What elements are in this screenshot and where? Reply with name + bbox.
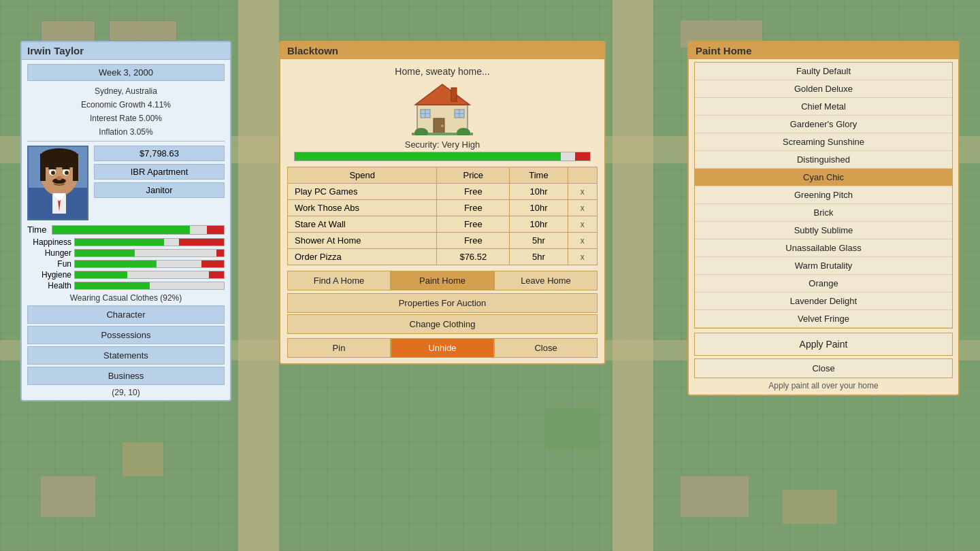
right-title: Paint Home [689, 42, 958, 59]
week-display: Week 3, 2000 [27, 64, 225, 81]
fun-label: Fun [27, 259, 71, 269]
table-row: Work Those Abs Free 10hr x [288, 200, 598, 216]
svg-point-15 [56, 176, 62, 180]
bottom-nav: Pin Unhide Close [287, 338, 598, 358]
spend-name-3: Stare At Wall [288, 216, 437, 233]
economic-growth-text: Economic Growth 4.11% [22, 99, 230, 111]
table-row: Shower At Home Free 5hr x [288, 233, 598, 249]
remove-btn-4[interactable]: x [581, 236, 585, 246]
color-distinguished[interactable]: Distinguished [695, 151, 952, 169]
price-header: Price [437, 167, 510, 184]
color-chief-metal[interactable]: Chief Metal [695, 98, 952, 116]
color-warm-brutality[interactable]: Warm Brutality [695, 257, 952, 275]
table-row: Order Pizza $76.52 5hr x [288, 249, 598, 265]
color-faulty-default[interactable]: Faulty Default [695, 63, 952, 80]
color-orange[interactable]: Orange [695, 275, 952, 293]
color-lavender-delight[interactable]: Lavender Delight [695, 293, 952, 310]
apartment-display: IBR Apartment [94, 164, 225, 180]
remove-btn-5[interactable]: x [581, 252, 585, 262]
color-gardeners-glory[interactable]: Gardener's Glory [695, 116, 952, 133]
svg-rect-6 [40, 167, 46, 181]
spend-name-4: Shower At Home [288, 233, 437, 249]
remove-btn-2[interactable]: x [581, 203, 585, 213]
remove-btn-1[interactable]: x [581, 187, 585, 197]
color-screaming-sunshine[interactable]: Screaming Sunshine [695, 133, 952, 151]
center-nav-1: Find A Home Paint Home Leave Home [287, 271, 598, 290]
center-nav-3: Change Clothing [287, 314, 598, 334]
paint-tooltip: Apply paint all over your home [694, 381, 953, 390]
price-2: Free [437, 200, 510, 216]
color-unassailable-glass[interactable]: Unassailable Glass [695, 239, 952, 257]
change-clothing-button[interactable]: Change Clothing [287, 314, 598, 334]
time-header: Time [510, 167, 568, 184]
statements-button[interactable]: Statements [27, 346, 225, 365]
time-3: 10hr [510, 216, 568, 233]
color-cyan-chic[interactable]: Cyan Chic [695, 169, 952, 186]
center-panel: Blacktown Home, sweaty home... [279, 41, 606, 365]
paint-color-list: Faulty Default Golden Deluxe Chief Metal… [694, 62, 953, 329]
inflation-text: Inflation 3.05% [22, 126, 230, 138]
paint-home-button[interactable]: Paint Home [391, 271, 494, 290]
time-bar [52, 225, 225, 235]
color-velvet-fringe[interactable]: Velvet Fringe [695, 310, 952, 328]
time-1: 10hr [510, 184, 568, 200]
table-row: Play PC Games Free 10hr x [288, 184, 598, 200]
security-text: Security: Very High [280, 139, 604, 150]
leave-home-button[interactable]: Leave Home [494, 271, 598, 290]
color-golden-deluxe[interactable]: Golden Deluxe [695, 80, 952, 98]
hygiene-bar [74, 271, 225, 279]
apply-paint-button[interactable]: Apply Paint [694, 333, 953, 356]
table-row: Stare At Wall Free 10hr x [288, 216, 598, 233]
remove-btn-3[interactable]: x [581, 220, 585, 229]
health-label: Health [27, 281, 71, 290]
spend-name-2: Work Those Abs [288, 200, 437, 216]
fun-bar [74, 260, 225, 268]
close-center-button[interactable]: Close [494, 338, 598, 358]
action-header [568, 167, 597, 184]
color-subtly-sublime[interactable]: Subtly Sublime [695, 222, 952, 239]
properties-auction-button[interactable]: Properties For Auction [287, 293, 598, 313]
svg-rect-7 [73, 167, 78, 181]
business-button[interactable]: Business [27, 367, 225, 385]
color-greening-pitch[interactable]: Greening Pitch [695, 186, 952, 204]
time-2: 10hr [510, 200, 568, 216]
player-name: Irwin Taylor [22, 42, 230, 60]
spend-table: Spend Price Time Play PC Games Free 10hr… [287, 167, 598, 265]
hunger-label: Hunger [27, 248, 71, 258]
needs-section: Happiness Hunger Fun Hygiene [27, 237, 225, 290]
home-subtitle: Home, sweaty home... [280, 66, 604, 77]
happiness-bar [74, 238, 225, 246]
unhide-button[interactable]: Unhide [391, 338, 494, 358]
money-display: $7,798.63 [94, 146, 225, 161]
happiness-label: Happiness [27, 237, 71, 247]
interest-rate-text: Interest Rate 5.00% [22, 112, 230, 124]
health-bar [74, 282, 225, 290]
find-home-button[interactable]: Find A Home [287, 271, 391, 290]
svg-marker-19 [415, 84, 470, 105]
house-illustration [280, 81, 604, 135]
price-3: Free [437, 216, 510, 233]
coordinates-text: (29, 10) [24, 388, 227, 397]
spend-header: Spend [288, 167, 437, 184]
close-right-button[interactable]: Close [694, 358, 953, 378]
avatar [27, 146, 88, 220]
pin-button[interactable]: Pin [287, 338, 391, 358]
hunger-bar [74, 249, 225, 257]
svg-point-21 [441, 124, 444, 127]
right-panel: Paint Home Faulty Default Golden Deluxe … [687, 41, 960, 396]
time-label: Time [27, 224, 46, 235]
time-5: 5hr [510, 249, 568, 265]
spend-name-5: Order Pizza [288, 249, 437, 265]
color-brick[interactable]: Brick [695, 204, 952, 222]
svg-rect-13 [48, 167, 56, 169]
svg-rect-5 [40, 154, 78, 167]
svg-point-11 [51, 171, 55, 175]
possessions-button[interactable]: Possessions [27, 326, 225, 344]
left-panel: Irwin Taylor Week 3, 2000 Sydney, Austra… [20, 41, 231, 401]
hygiene-label: Hygiene [27, 270, 71, 280]
svg-rect-28 [451, 88, 457, 101]
svg-rect-14 [62, 167, 70, 169]
character-button[interactable]: Character [27, 305, 225, 324]
center-nav-2: Properties For Auction [287, 293, 598, 313]
price-5: $76.52 [437, 249, 510, 265]
